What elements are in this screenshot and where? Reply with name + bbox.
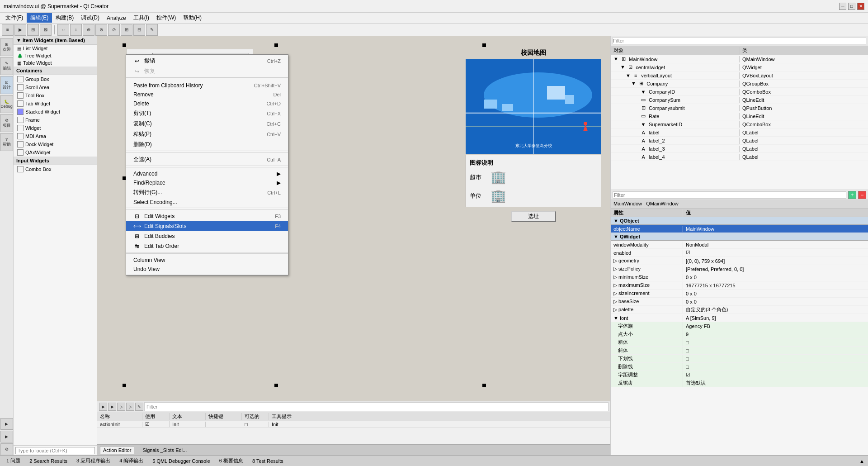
section-qwidget[interactable]: ▼ QWidget [611, 233, 868, 241]
sidebar-bottom-3[interactable]: ⚙ [0, 443, 13, 455]
prop-font-strikeout[interactable]: 删除线 □ [611, 363, 868, 371]
status-problems[interactable]: 1 问题 [4, 456, 23, 465]
tree-row-label[interactable]: A label QLabel [611, 128, 868, 137]
menu-analyze[interactable]: Analyze [103, 14, 130, 22]
expand-sizepolicy[interactable]: ▷ [613, 266, 618, 271]
tree-row-label2[interactable]: A label_2 QLabel [611, 137, 868, 145]
sidebar-btn-debug[interactable]: 🐛Debug [0, 95, 13, 113]
menu-advanced[interactable]: Advanced ▶ [126, 169, 288, 178]
widget-mdi[interactable]: MDI Area [14, 132, 97, 140]
expand-mainwindow[interactable]: ▼ [613, 56, 619, 62]
canvas-handle-tl[interactable] [123, 43, 126, 47]
action-play-2[interactable]: ▶ [108, 403, 116, 411]
toolbar-btn-8[interactable]: ⊗ [95, 24, 107, 36]
sidebar-btn-edit[interactable]: ✎编辑 [0, 57, 13, 75]
widget-list[interactable]: ▤ List Widget [14, 45, 97, 52]
prop-font-italic[interactable]: 斜体 □ [611, 347, 868, 355]
widget-frame[interactable]: Frame [14, 116, 97, 124]
expand-centralwidget[interactable]: ▼ [620, 64, 626, 70]
tree-row-mainwindow[interactable]: ▼ ⊞ MainWindow QMainWindow [611, 55, 868, 63]
menu-help[interactable]: 帮助(H) [179, 13, 205, 23]
action-play-4[interactable]: ▷ [126, 403, 134, 411]
sidebar-btn-welcome[interactable]: ⊞欢迎 [0, 38, 13, 56]
prop-font-antialias[interactable]: 反锯齿 首选默认 [611, 379, 868, 387]
address-button[interactable]: 选址 [511, 211, 556, 222]
toolbar-btn-2[interactable]: ▶ [14, 24, 26, 36]
widget-search-input[interactable] [15, 447, 95, 454]
tree-row-centralwidget[interactable]: ▼ ⊡ centralwidget QWidget [611, 63, 868, 71]
sidebar-btn-help[interactable]: ?帮助 [0, 133, 13, 151]
expand-minsize[interactable]: ▷ [613, 274, 618, 280]
prop-objectname[interactable]: objectName MainWindow [611, 225, 868, 233]
expand-geometry[interactable]: ▷ [613, 258, 618, 263]
canvas-handle-br[interactable] [482, 384, 486, 387]
menu-edit-signals[interactable]: ⟺ Edit Signals/Slots F4 [126, 221, 288, 231]
menu-paste[interactable]: 粘贴(P) Ctrl+V [126, 129, 288, 139]
canvas-handle-bl[interactable] [123, 384, 126, 387]
tree-row-companyid[interactable]: ▼ CompanyID QComboBox [611, 88, 868, 96]
toolbar-btn-12[interactable]: ✎ [146, 24, 158, 36]
toolbar-btn-6[interactable]: ↕ [70, 24, 82, 36]
menu-remove[interactable]: Remove Del [126, 90, 288, 99]
menu-edit-widgets[interactable]: ⊡ Edit Widgets F3 [126, 211, 288, 221]
menu-copy[interactable]: 复制(C) Ctrl+C [126, 119, 288, 129]
props-add-btn[interactable]: + [848, 191, 856, 199]
expand-palette[interactable]: ▷ [613, 307, 618, 312]
prop-font-family[interactable]: 字体族 Agency FB [611, 322, 868, 330]
action-play-1[interactable]: ▶ [99, 403, 107, 411]
menu-tools[interactable]: 工具(I) [130, 13, 153, 23]
sidebar-btn-design[interactable]: ⊡设计 [0, 76, 13, 94]
tree-row-label4[interactable]: A label_4 QLabel [611, 153, 868, 161]
menu-controls[interactable]: 控件(W) [153, 13, 179, 23]
status-search[interactable]: 2 Search Results [27, 457, 70, 465]
tree-row-company[interactable]: ▼ ⊞ Company QGroupBox [611, 80, 868, 88]
prop-font[interactable]: ▼ font A [SimSun, 9] [611, 314, 868, 322]
tree-row-label3[interactable]: A label_3 QLabel [611, 145, 868, 153]
toolbar-btn-1[interactable]: ≡ [2, 24, 14, 36]
prop-basesize[interactable]: ▷ baseSize 0 x 0 [611, 298, 868, 306]
expand-company[interactable]: ▼ [631, 81, 637, 86]
expand-maxsize[interactable]: ▷ [613, 282, 618, 288]
action-play-3[interactable]: ▷ [117, 403, 125, 411]
prop-maxsize[interactable]: ▷ maximumSize 16777215 x 16777215 [611, 281, 868, 290]
menu-build[interactable]: 构建(B) [52, 13, 77, 23]
menu-delete[interactable]: Delete Ctrl+D [126, 99, 288, 108]
prop-enabled[interactable]: enabled ☑ [611, 249, 868, 257]
prop-font-bold[interactable]: 粗体 □ [611, 338, 868, 347]
design-canvas[interactable]: 设置 设置 设置 [97, 36, 610, 401]
widget-stacked[interactable]: Stacked Widget [14, 108, 97, 116]
action-filter-input[interactable] [144, 402, 609, 411]
menu-paste-history[interactable]: Paste from Clipboard History Ctrl+Shift+… [126, 81, 288, 90]
close-button[interactable]: ✕ [857, 3, 864, 10]
props-remove-btn[interactable]: − [858, 191, 866, 199]
prop-minsize[interactable]: ▷ minimumSize 0 x 0 [611, 273, 868, 281]
menu-cut[interactable]: 剪切(T) Ctrl+X [126, 108, 288, 119]
menu-edit[interactable]: 编辑(E) [27, 13, 52, 23]
maximize-button[interactable]: □ [848, 3, 855, 10]
status-app-output[interactable]: 3 应用程序输出 [74, 456, 113, 465]
prop-geometry[interactable]: ▷ geometry [(0, 0), 759 x 694] [611, 257, 868, 265]
widget-table[interactable]: ▦ Table Widget [14, 59, 97, 67]
prop-sizepolicy[interactable]: ▷ sizePolicy [Preferred, Preferred, 0, 0… [611, 265, 868, 273]
canvas-handle-bc[interactable] [274, 384, 278, 387]
status-overview[interactable]: 6 概要信息 [217, 456, 246, 465]
tree-row-verticallayout[interactable]: ▼ ≡ verticalLayout QVBoxLayout [611, 71, 868, 80]
toolbar-btn-4[interactable]: ⊠ [40, 24, 52, 36]
minimize-button[interactable]: ─ [839, 3, 846, 10]
widget-qax[interactable]: QAxWidget [14, 148, 97, 157]
menu-edit-buddies[interactable]: ⊞ Edit Buddies [126, 231, 288, 241]
menu-undo[interactable]: ↩ 撤销 Ctrl+Z [126, 56, 288, 66]
expand-font[interactable]: ▼ [613, 315, 620, 321]
menu-undo-view[interactable]: Undo View [126, 265, 288, 274]
menu-redo[interactable]: ↪ 恢复 [126, 66, 288, 76]
tree-row-rate[interactable]: ▭ Rate QLineEdit [611, 112, 868, 120]
action-edit[interactable]: ✎ [135, 403, 143, 411]
prop-palette[interactable]: ▷ palette 自定义的(3 个角色) [611, 306, 868, 314]
menu-file[interactable]: 文件(F) [2, 13, 27, 23]
prop-windowmodality[interactable]: windowModality NonModal [611, 241, 868, 249]
widget-scrollarea[interactable]: Scroll Area [14, 83, 97, 91]
tab-signals-slots[interactable]: Signals _Slots Edi... [140, 447, 189, 454]
menu-del[interactable]: 删除(D) [126, 139, 288, 150]
toolbar-btn-9[interactable]: ⊘ [108, 24, 120, 36]
menu-select-all[interactable]: 全选(A) Ctrl+A [126, 154, 288, 165]
